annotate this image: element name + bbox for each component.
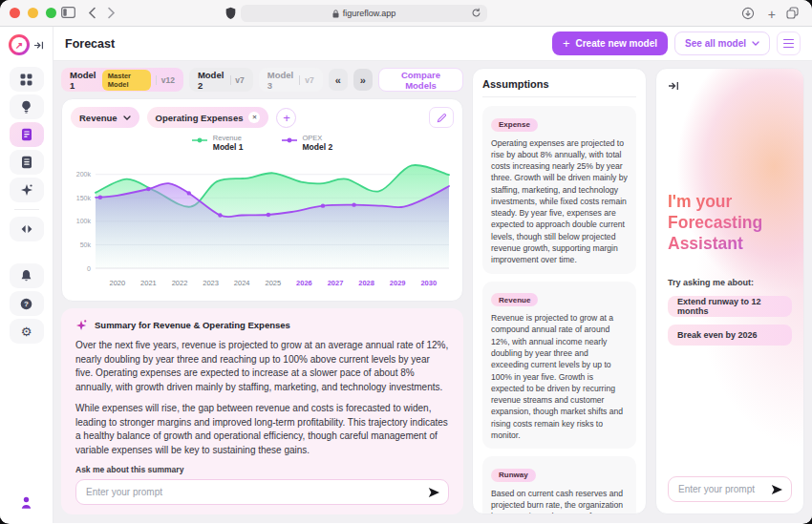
forecast-doc-icon [21,128,32,141]
model-tabs: Model 1 Master Model v12 Model 2 v7 Mode… [61,68,463,92]
chevron-down-icon [123,115,131,120]
suggestion-break-even[interactable]: Break even by 2026 [668,325,792,346]
ai-sparkle-icon [75,319,88,331]
svg-text:2021: 2021 [140,279,157,287]
sidebar-nav: ? ⚙ [10,67,44,344]
sidebar-divider [14,209,39,210]
browser-chrome: figureflow.app + [0,0,812,27]
metric-pill-revenue[interactable]: Revenue [71,107,139,128]
svg-text:2030: 2030 [420,279,437,287]
bell-icon [20,269,32,283]
downloads-icon[interactable] [741,7,755,20]
browser-forward-icon[interactable] [107,7,116,19]
sidebar-item-ai[interactable] [10,178,44,202]
sidebar-item-dashboard[interactable] [10,67,44,92]
expense-badge: Expense [491,118,538,132]
legend-item-revenue: RevenueModel 1 [192,134,244,152]
window-controls [10,8,56,18]
sidebar-item-ideas[interactable] [10,94,44,119]
remove-metric-icon[interactable]: ✕ [248,112,260,123]
close-window-button[interactable] [10,8,20,18]
sidebar-item-settings[interactable]: ⚙ [10,319,44,344]
svg-text:150k: 150k [76,195,92,201]
address-bar[interactable]: figureflow.app [241,5,487,22]
panel-collapse-icon[interactable] [668,80,679,92]
svg-text:100k: 100k [76,218,92,224]
summary-prompt-input[interactable] [75,479,449,505]
svg-text:?: ? [24,300,29,308]
sidebar-item-compare[interactable] [10,217,44,241]
add-metric-button[interactable]: + [276,108,296,128]
forecast-chart: 050k100k150k200k202020212022202320242025… [71,152,455,293]
summary-title: Summary for Revenue & Operating Expenses [95,320,290,330]
send-icon [428,487,440,498]
metric-pill-operating-expenses[interactable]: Operating Expenses ✕ [147,107,269,128]
sparkle-icon [20,183,33,197]
sidebar-collapse-icon[interactable] [33,40,44,51]
grid-icon [20,73,32,86]
legend-item-opex: OPEXModel 2 [282,134,333,152]
browser-back-icon[interactable] [88,7,96,19]
tab-model-2[interactable]: Model 2 v7 [189,68,253,92]
master-model-badge: Master Model [102,70,151,91]
summary-prompt-label: Ask me about this summary [75,457,449,474]
svg-text:2020: 2020 [109,279,125,287]
sidebar-item-forecast[interactable] [10,122,44,147]
app-root: ↗ [0,27,812,523]
svg-text:2022: 2022 [172,279,188,287]
send-icon [771,484,783,495]
pencil-icon [437,113,447,123]
assumption-card-revenue[interactable]: Revenue Revenue is projected to grow at … [482,282,636,450]
create-new-model-button[interactable]: + Create new model [552,31,668,55]
reload-icon[interactable] [471,8,481,20]
edit-chart-button[interactable] [429,107,454,128]
compare-models-button[interactable]: Compare Models [378,68,463,92]
tab-overview-icon[interactable] [786,7,799,19]
tabs-next-button[interactable]: » [353,69,373,91]
new-tab-icon[interactable]: + [768,7,776,22]
browser-sidebar-toggle-icon[interactable] [61,7,75,18]
assumption-card-expense[interactable]: Expense Operating expenses are projected… [482,106,636,274]
summary-send-button[interactable] [427,486,440,499]
document-icon [21,156,32,169]
revenue-badge: Revenue [491,293,538,306]
assistant-send-button[interactable] [770,483,783,496]
tab-model-1[interactable]: Model 1 Master Model v12 [61,68,183,92]
see-all-models-button[interactable]: See all model [674,31,770,55]
svg-text:2023: 2023 [203,279,219,287]
app-logo[interactable]: ↗ [9,34,30,55]
svg-text:2029: 2029 [390,279,406,287]
content-area: Model 1 Master Model v12 Model 2 v7 Mode… [53,61,812,523]
privacy-shield-icon[interactable] [225,7,236,20]
summary-card: Summary for Revenue & Operating Expenses… [61,308,463,514]
app-header: Forecast + Create new model See all mode… [53,27,812,61]
svg-text:2025: 2025 [265,279,281,287]
person-icon [19,495,33,510]
tab-model-3[interactable]: Model 3 v7 [259,68,323,92]
sidebar-item-help[interactable]: ? [10,291,44,316]
minimize-window-button[interactable] [28,8,38,18]
sidebar-item-notifications[interactable] [10,263,44,288]
page-title: Forecast [65,37,115,51]
menu-button[interactable] [777,31,801,55]
plus-icon: + [563,37,570,50]
chart-legend: RevenueModel 1 OPEXModel 2 [71,134,454,152]
zoom-window-button[interactable] [46,8,56,18]
gear-icon: ⚙ [21,325,32,338]
svg-text:2026: 2026 [296,279,312,287]
user-avatar[interactable] [19,495,33,514]
tabs-prev-button[interactable]: « [329,69,348,91]
assistant-title: I'm your Forecasting Assistant [668,191,792,255]
suggestion-extend-runway[interactable]: Extend runway to 12 months [668,296,792,317]
svg-text:50k: 50k [80,241,92,248]
help-icon: ? [20,298,32,310]
arrows-horizontal-icon [20,223,33,235]
svg-text:200k: 200k [76,171,92,178]
sidebar-item-documents[interactable] [10,150,44,175]
app-sidebar: ↗ [0,27,53,523]
browser-window: figureflow.app + ↗ [0,0,812,524]
svg-text:2028: 2028 [358,279,374,287]
summary-paragraph-1: Over the next five years, revenue is pro… [75,339,449,394]
assumption-card-runway[interactable]: Runway Based on current cash reserves an… [482,456,636,514]
svg-text:2027: 2027 [328,279,344,287]
